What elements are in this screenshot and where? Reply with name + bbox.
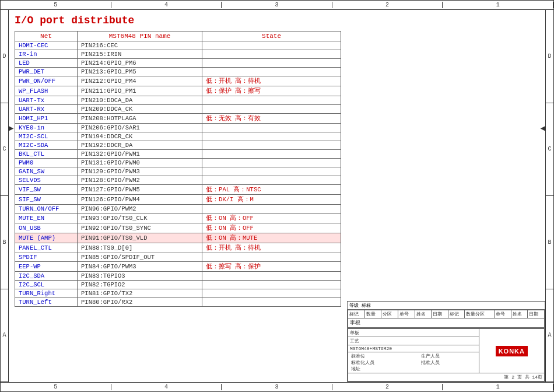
info-label-biaoji2: 标记	[448, 310, 465, 318]
main-content: I/O port distribute Net MST6M48 PIN name…	[9, 10, 545, 382]
cell-net: MI2C-SDA	[15, 141, 78, 150]
cell-pin: PIN210:DDCA_DA	[78, 96, 202, 105]
table-row: UART-TxPIN210:DDCA_DA	[15, 96, 341, 105]
ruler-bottom-2: 2	[332, 384, 443, 390]
schematic-page: 5 4 3 2 1 5 4 3 2 1 D C B A D C B A ▶ ◀ …	[0, 0, 554, 392]
cell-pin: PIN82:TGPIO2	[78, 281, 202, 289]
info-label-xingming2: 姓名	[511, 310, 528, 318]
io-table: Net MST6M48 PIN name State HDMI-CECPIN21…	[15, 31, 341, 307]
cell-pin: PIN209:DDCA_CK	[78, 105, 202, 114]
ruler-bottom-5: 5	[1, 384, 111, 390]
col-header-pin: MST6M48 PIN name	[78, 32, 202, 41]
cell-state	[202, 167, 341, 176]
cell-net: MI2C-SCL	[15, 132, 78, 141]
cell-net: TURN_Left	[15, 298, 78, 307]
cell-pin: PIN208:HOTPLAGA	[78, 114, 202, 124]
cell-net: UART-Tx	[15, 96, 78, 105]
info-label-riqi2: 日期	[528, 310, 545, 318]
table-row: HDMI-CECPIN216:CEC	[15, 41, 341, 50]
cell-net: MUTE (AMP)	[15, 233, 78, 243]
cell-state	[202, 68, 341, 76]
table-row: TURN_RightPIN81:GPIO/TX2	[15, 289, 341, 298]
cell-pin: PIN214:GPIO_PM6	[78, 59, 202, 68]
cell-pin: PIN83:TGPIO3	[78, 272, 202, 281]
cell-state: 低：DK/I 高：M	[202, 195, 341, 205]
ruler-top: 5 4 3 2 1	[1, 1, 553, 10]
cell-state: 低：开机 高：待机	[202, 76, 341, 86]
table-row: BKL_CTLPIN132:GPIO/PWM1	[15, 150, 341, 159]
table-row: MUTE_ENPIN93:GPIO/TS0_CLK低：ON 高：OFF	[15, 214, 341, 223]
cell-net: HDMI_HP1	[15, 114, 78, 124]
cell-net: TURN_Right	[15, 289, 78, 298]
table-row: SPDIFPIN85:GPIO/SPDIF_OUT	[15, 253, 341, 262]
side-left-D: D	[1, 10, 8, 103]
side-left-B: B	[1, 196, 8, 289]
cell-state: 低：PAL 高：NTSC	[202, 185, 341, 195]
table-row: MUTE (AMP)PIN91:GPIO/TS0_VLD低：ON 高：MUTE	[15, 233, 341, 243]
cell-pin: PIN80:GPIO/RX2	[78, 298, 202, 307]
cell-net: BKL_CTL	[15, 150, 78, 159]
table-row: KYE0-inPIN206:GPIO/SAR1	[15, 124, 341, 132]
cell-state	[202, 41, 341, 50]
bottom-info-section: 等级 标标 标记 数量 分区 单号 姓名 日期 标记	[347, 301, 545, 382]
info-label-biaoji: 标记	[348, 310, 365, 318]
cell-state	[202, 159, 341, 167]
cell-state	[202, 124, 341, 132]
ruler-top-4: 4	[111, 2, 222, 8]
cell-net: EEP-WP	[15, 262, 78, 272]
cell-pin: PIN93:GPIO/TS0_CLK	[78, 214, 202, 223]
cell-state: 低：无效 高：有效	[202, 114, 341, 124]
table-row: TURN_ON/OFFPIN96:GPIO/PWM2	[15, 205, 341, 214]
table-row: EEP-WPPIN84:GPIO/PWM3低：擦写 高：保护	[15, 262, 341, 272]
cell-net: I2C_SCL	[15, 281, 78, 289]
cell-pin: PIN91:GPIO/TS0_VLD	[78, 233, 202, 243]
info-work-label: 工艺	[348, 337, 479, 345]
cell-state	[202, 105, 341, 114]
table-row: I2C_SDAPIN83:TGPIO3	[15, 272, 341, 281]
cell-state: 低：ON 高：OFF	[202, 214, 341, 223]
cell-state: 低：开机 高：待机	[202, 243, 341, 253]
side-labels-right: D C B A	[545, 10, 553, 382]
cell-pin: PIN127:GPIO/PWM5	[78, 185, 202, 195]
side-right-A: A	[546, 289, 553, 383]
table-row: PWR_ON/OFFPIN212:GPIO_PM4低：开机 高：待机	[15, 76, 341, 86]
cell-net: HDMI-CEC	[15, 41, 78, 50]
cell-pin: PIN211:GPIO_PM1	[78, 86, 202, 96]
table-row: MI2C-SDAPIN192:DDCR_DA	[15, 141, 341, 150]
info-page-number: 第 2 页 共 14页	[348, 373, 545, 382]
cell-net: TURN_ON/OFF	[15, 205, 78, 214]
konka-logo: KONKA	[496, 346, 528, 356]
cell-net: PANEL_CTL	[15, 243, 78, 253]
cell-state: 低：擦写 高：保护	[202, 262, 341, 272]
cell-pin: PIN81:GPIO/TX2	[78, 289, 202, 298]
table-row: VIF_SWPIN127:GPIO/PWM5低：PAL 高：NTSC	[15, 185, 341, 195]
cell-net: MUTE_EN	[15, 214, 78, 223]
table-row: TURN_LeftPIN80:GPIO/RX2	[15, 298, 341, 307]
ruler-bottom: 5 4 3 2 1	[1, 382, 553, 391]
cell-state: 低：保护 高：擦写	[202, 86, 341, 96]
table-row: LEDPIN214:GPIO_PM6	[15, 59, 341, 68]
page-title: I/O port distribute	[15, 15, 539, 26]
cell-state	[202, 150, 341, 159]
info-address: 地址	[350, 366, 420, 372]
table-row: PWM0PIN131:GPIO/PWM0	[15, 159, 341, 167]
cell-net: SELVDS	[15, 176, 78, 185]
cell-pin: PIN131:GPIO/PWM0	[78, 159, 202, 167]
cell-pin: PIN213:GPIO_PM5	[78, 68, 202, 76]
info-label-riqi: 日期	[432, 310, 448, 318]
cell-state	[202, 96, 341, 105]
info-grade-label: 等级 标标	[348, 302, 545, 310]
info-model: MST6M48+MST6M20	[348, 345, 479, 352]
cell-net: IR-in	[15, 50, 78, 59]
cell-state	[202, 272, 341, 281]
cell-pin: PIN92:GPIO/TS0_SYNC	[78, 223, 202, 233]
col-header-net: Net	[15, 32, 78, 41]
info-company: 单板	[348, 329, 479, 337]
side-left-A: A	[1, 289, 8, 383]
table-row: ON_USBPIN92:GPIO/TS0_SYNC低：ON 高：OFF	[15, 223, 341, 233]
cell-pin: PIN129:GPIO/PWM3	[78, 167, 202, 176]
cell-state	[202, 59, 341, 68]
info-label-shuliangfenqu: 数量分区	[465, 310, 494, 318]
cell-pin: PIN128:GPIO/PWM2	[78, 176, 202, 185]
side-left-C: C	[1, 103, 8, 197]
